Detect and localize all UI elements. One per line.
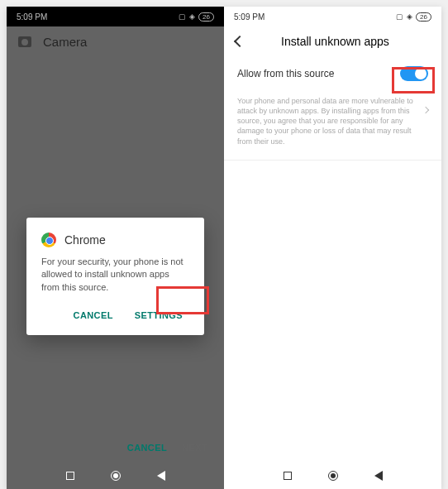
- home-icon[interactable]: [328, 471, 338, 481]
- recents-icon[interactable]: [66, 472, 74, 480]
- cancel-button[interactable]: CANCEL: [67, 305, 120, 325]
- bottom-actions: CANCEL NEXT: [127, 443, 207, 453]
- permission-dialog: Chrome For your security, your phone is …: [26, 218, 204, 335]
- phone-left: 5:09 PM ▢ ◈ 26 Camera Chrome For your se…: [7, 7, 224, 489]
- home-icon[interactable]: [111, 471, 121, 481]
- page-cancel-button[interactable]: CANCEL: [127, 443, 167, 453]
- phone-right: 5:09 PM ▢ ◈ 26 Install unknown apps Allo…: [224, 7, 441, 489]
- dialog-title: Chrome: [64, 233, 106, 247]
- recents-icon[interactable]: [284, 472, 292, 480]
- allow-source-toggle[interactable]: [400, 66, 428, 81]
- battery-icon: 26: [416, 12, 431, 22]
- status-time: 5:09 PM: [234, 12, 265, 22]
- warning-text: Your phone and personal data are more vu…: [237, 96, 417, 146]
- dialog-header: Chrome: [41, 233, 189, 247]
- status-bar: 5:09 PM ▢ ◈ 26: [224, 7, 441, 26]
- back-icon[interactable]: [374, 471, 383, 481]
- wifi-icon: ◈: [407, 12, 412, 21]
- settings-button[interactable]: SETTINGS: [128, 305, 189, 325]
- nav-bar: [224, 463, 441, 489]
- warning-row[interactable]: Your phone and personal data are more vu…: [224, 91, 441, 161]
- back-icon[interactable]: [157, 471, 165, 481]
- chrome-icon: [41, 233, 56, 247]
- chevron-right-icon: [422, 107, 429, 113]
- screenshot-pair: 5:09 PM ▢ ◈ 26 Camera Chrome For your se…: [7, 7, 441, 489]
- status-icons: ▢ ◈ 26: [396, 12, 431, 22]
- setting-label: Allow from this source: [237, 68, 334, 79]
- dialog-body: For your security, your phone is not all…: [41, 256, 189, 294]
- settings-header: Install unknown apps: [224, 26, 441, 56]
- camera-indicator-icon: ▢: [396, 12, 403, 21]
- nav-bar: [7, 463, 224, 489]
- allow-source-row[interactable]: Allow from this source: [224, 56, 441, 91]
- page-title: Install unknown apps: [241, 35, 430, 48]
- page-next-button[interactable]: NEXT: [182, 443, 207, 453]
- dialog-actions: CANCEL SETTINGS: [41, 305, 189, 325]
